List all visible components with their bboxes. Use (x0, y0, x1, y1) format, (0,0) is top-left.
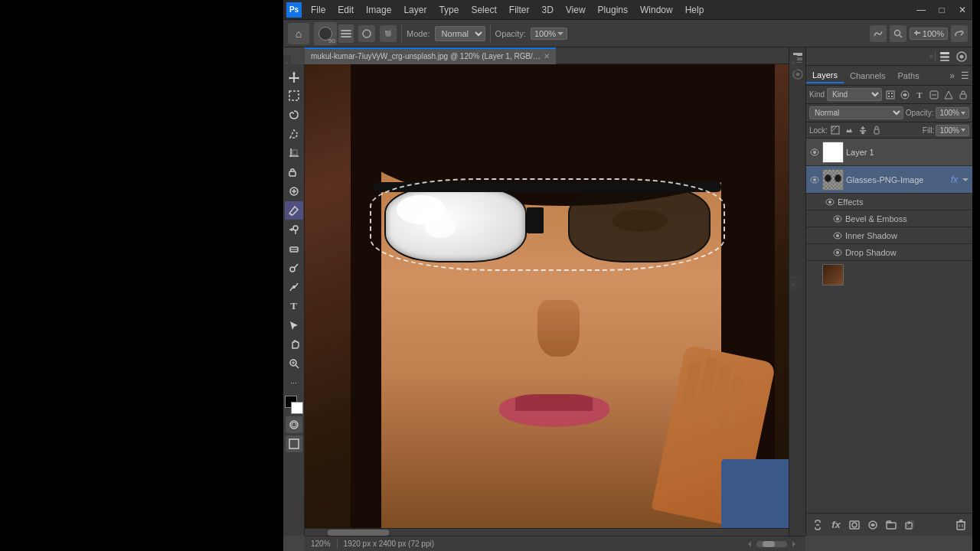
clone-stamp-tool[interactable] (285, 220, 303, 239)
menu-layer[interactable]: Layer (397, 3, 433, 17)
layer-opacity-control[interactable]: 100% (936, 107, 969, 119)
airbrush-button[interactable] (380, 25, 397, 42)
new-layer-button[interactable] (901, 517, 918, 533)
close-button[interactable]: ✕ (952, 0, 972, 20)
menu-filter[interactable]: Filter (503, 3, 536, 17)
panel-collapse-arrow[interactable]: « (929, 52, 933, 60)
active-document-tab[interactable]: mukul-kumar-7iuyVyW_crg-unsplash.jpg @ 1… (305, 47, 556, 64)
effect-drop-shadow[interactable]: Drop Shadow (806, 244, 972, 261)
inner-shadow-visibility-icon[interactable] (832, 230, 843, 241)
menu-select[interactable]: Select (465, 3, 502, 17)
filter-adjust-icon[interactable] (899, 89, 911, 101)
maximize-button[interactable]: □ (932, 0, 952, 20)
tab-paths[interactable]: Paths (892, 69, 926, 83)
status-scrollbar-thumb[interactable] (763, 541, 775, 547)
document-close-icon[interactable]: ✕ (544, 52, 550, 60)
kind-select[interactable]: Kind (827, 88, 882, 101)
effect-bevel-emboss[interactable]: Bevel & Emboss (806, 210, 972, 227)
tab-channels[interactable]: Channels (844, 69, 891, 83)
lock-artboard-icon[interactable] (871, 124, 883, 136)
link-layers-button[interactable] (809, 517, 826, 533)
left-panel-collapse[interactable]: › (283, 55, 291, 70)
polygonal-lasso-tool[interactable] (285, 125, 303, 143)
add-style-button[interactable]: fx (828, 517, 844, 533)
scroll-right-button[interactable] (789, 539, 799, 549)
filter-type-icon[interactable]: T (913, 89, 926, 101)
add-mask-button[interactable] (846, 517, 863, 533)
pen-tool[interactable] (285, 278, 303, 296)
background-color[interactable] (291, 402, 303, 414)
filter-pixel-icon[interactable] (884, 89, 897, 101)
blend-mode-select[interactable]: Normal (435, 26, 485, 41)
effects-group-item[interactable]: Effects (806, 194, 972, 210)
bevel-visibility-icon[interactable] (832, 214, 843, 224)
upper-lip (515, 394, 593, 411)
brush-type-button[interactable] (358, 25, 375, 42)
menu-window[interactable]: Window (634, 3, 679, 17)
status-scrollbar[interactable] (756, 541, 787, 547)
tabs-expand-button[interactable]: » (946, 70, 958, 81)
flow-control[interactable]: 100% (910, 28, 948, 40)
eraser-tool[interactable] (285, 240, 303, 258)
filter-smart-icon[interactable] (928, 89, 940, 101)
tab-layers[interactable]: Layers (806, 68, 844, 83)
panel-menu-button[interactable]: ☰ (958, 70, 972, 81)
path-selection-tool[interactable] (285, 316, 303, 334)
screen-mode-button[interactable] (286, 435, 302, 452)
effects-visibility-icon[interactable] (825, 197, 835, 207)
new-group-button[interactable] (883, 517, 900, 533)
share-icon[interactable] (951, 25, 968, 42)
layer-blend-mode-select[interactable]: Normal (809, 106, 903, 119)
hand-tool[interactable] (285, 335, 303, 354)
menu-plugins[interactable]: Plugins (592, 3, 634, 17)
extra-tools[interactable]: ··· (285, 373, 303, 392)
menu-view[interactable]: View (560, 3, 592, 17)
layers-panel-icon[interactable] (937, 49, 952, 64)
glasses-layer-visibility-toggle[interactable] (809, 174, 820, 185)
lock-image-icon[interactable] (843, 124, 855, 136)
drop-shadow-visibility-icon[interactable] (832, 247, 843, 258)
collapse-effects-icon[interactable] (962, 176, 969, 184)
adjustments-panel-icon[interactable] (954, 49, 969, 64)
layer-item-glasses[interactable]: Glasses-PNG-Image fx (806, 166, 972, 194)
right-collapse-arrow[interactable]: › (789, 55, 797, 70)
menu-help[interactable]: Help (679, 3, 710, 17)
quick-mask-button[interactable] (286, 416, 302, 433)
opacity-control[interactable]: 100% (531, 28, 567, 40)
fill-control[interactable]: 100% (936, 125, 969, 136)
effect-inner-shadow[interactable]: Inner Shadow (806, 227, 972, 244)
minimize-button[interactable]: — (911, 0, 931, 20)
smoothing-icon[interactable] (870, 25, 887, 42)
eyedropper-tool[interactable] (285, 163, 303, 181)
scroll-left-button[interactable] (744, 539, 755, 549)
new-fill-layer-button[interactable] (864, 517, 881, 533)
menu-3d[interactable]: 3D (535, 3, 559, 17)
crop-tool[interactable] (285, 144, 303, 162)
delete-layer-button[interactable] (952, 517, 969, 533)
layer-item-layer1[interactable]: Layer 1 (806, 139, 972, 166)
search-icon[interactable] (890, 25, 906, 42)
brush-options-toggle[interactable] (338, 24, 354, 43)
lasso-tool[interactable] (285, 106, 303, 124)
lock-transparent-icon[interactable] (829, 124, 841, 136)
menu-file[interactable]: File (305, 3, 332, 17)
dodge-tool[interactable] (285, 259, 303, 277)
scrollbar-thumb-horizontal[interactable] (328, 530, 389, 536)
lock-position-icon[interactable] (857, 124, 869, 136)
menu-image[interactable]: Image (360, 3, 397, 17)
brush-tool[interactable] (285, 201, 303, 220)
horizontal-scrollbar[interactable] (305, 528, 798, 536)
menu-type[interactable]: Type (433, 3, 465, 17)
zoom-tool[interactable] (285, 354, 303, 373)
layer1-visibility-toggle[interactable] (809, 147, 820, 158)
layer-item-background[interactable] (806, 261, 972, 289)
brush-preset-picker[interactable]: 90 (314, 22, 337, 45)
menu-edit[interactable]: Edit (332, 3, 360, 17)
rectangular-marquee-tool[interactable] (285, 86, 303, 105)
type-tool[interactable]: T (285, 297, 303, 315)
filter-lock-icon[interactable] (957, 89, 969, 101)
filter-shape-icon[interactable] (942, 89, 955, 101)
home-button[interactable]: ⌂ (288, 23, 309, 44)
healing-brush-tool[interactable] (285, 182, 303, 201)
right-collapse-arrow-2[interactable]: › (789, 276, 797, 292)
